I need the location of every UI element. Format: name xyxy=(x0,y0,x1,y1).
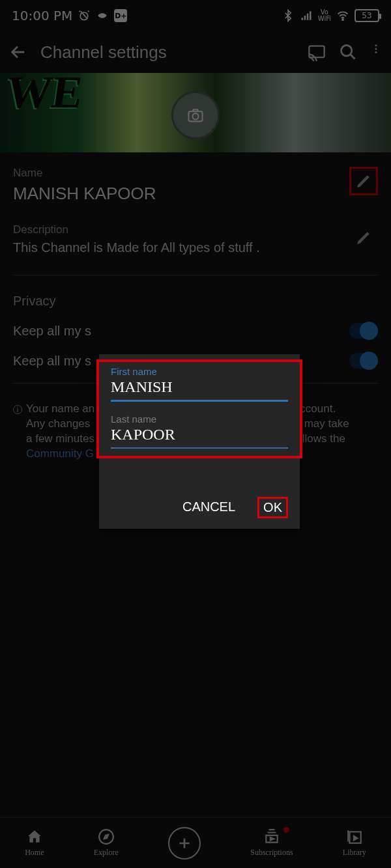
back-icon[interactable] xyxy=(9,43,27,61)
status-time: 10:00 PM xyxy=(12,8,72,23)
camera-icon xyxy=(186,106,205,124)
name-label: Name xyxy=(13,167,156,180)
edit-name-dialog: First name Last name CANCEL OK xyxy=(99,354,300,529)
nav-home[interactable]: Home xyxy=(25,828,44,858)
svg-point-6 xyxy=(375,51,377,53)
first-name-label: First name xyxy=(111,366,288,377)
divider xyxy=(13,275,378,275)
privacy-label: Privacy xyxy=(13,294,378,309)
svg-rect-2 xyxy=(309,46,324,58)
name-value: MANISH KAPOOR xyxy=(13,184,156,204)
nav-explore[interactable]: Explore xyxy=(94,828,119,858)
status-bar: 10:00 PM D+ VoWiFi 53 xyxy=(0,0,391,31)
search-icon[interactable] xyxy=(339,43,357,61)
app-header: Channel settings xyxy=(0,31,391,73)
nav-subscriptions-label: Subscriptions xyxy=(250,848,293,858)
privacy-toggle-2[interactable] xyxy=(349,353,378,369)
svg-point-3 xyxy=(341,46,352,56)
ok-button[interactable]: OK xyxy=(257,497,288,518)
more-icon[interactable] xyxy=(370,43,382,61)
svg-point-1 xyxy=(342,19,343,20)
edit-description-button[interactable] xyxy=(349,223,378,252)
nav-home-label: Home xyxy=(25,848,44,858)
home-icon xyxy=(26,828,43,845)
privacy-toggle-1[interactable] xyxy=(349,323,378,339)
battery-icon: 53 xyxy=(355,9,379,22)
app-icon-1 xyxy=(96,9,109,22)
nav-library-label: Library xyxy=(343,848,366,858)
volte-icon: VoWiFi xyxy=(318,9,331,22)
signal-icon xyxy=(300,9,313,22)
svg-point-8 xyxy=(192,113,198,119)
nav-library[interactable]: Library xyxy=(343,828,366,858)
bottom-nav: Home Explore Subscriptions Library xyxy=(0,817,391,868)
channel-banner: WE xyxy=(0,73,391,152)
nav-explore-label: Explore xyxy=(94,848,119,858)
page-title: Channel settings xyxy=(40,42,295,63)
bluetooth-icon xyxy=(282,9,295,22)
cancel-button[interactable]: CANCEL xyxy=(177,497,240,518)
edit-name-button[interactable] xyxy=(349,167,378,195)
library-icon xyxy=(346,828,363,845)
notification-badge xyxy=(283,827,289,833)
battery-level: 53 xyxy=(362,11,371,20)
subscriptions-icon xyxy=(263,828,280,845)
privacy-row-2-label: Keep all my s xyxy=(13,354,91,369)
banner-text: WE xyxy=(3,66,86,119)
plus-icon xyxy=(176,835,193,852)
last-name-input[interactable] xyxy=(111,425,288,449)
description-value: This Channel is Made for All types of st… xyxy=(13,240,349,255)
description-label: Description xyxy=(13,223,349,236)
privacy-row-1-label: Keep all my s xyxy=(13,324,91,339)
svg-point-4 xyxy=(375,44,377,46)
svg-point-5 xyxy=(375,48,377,50)
privacy-row-1: Keep all my s xyxy=(13,323,378,339)
cast-icon[interactable] xyxy=(308,43,326,61)
last-name-label: Last name xyxy=(111,413,288,425)
app-icon-2: D+ xyxy=(114,9,127,22)
first-name-input[interactable] xyxy=(111,377,288,402)
avatar-edit[interactable] xyxy=(171,91,220,139)
wifi-icon xyxy=(336,9,349,22)
pencil-icon xyxy=(355,173,372,189)
community-guidelines-link[interactable]: Community G xyxy=(26,447,94,460)
info-icon: i xyxy=(13,405,22,414)
compass-icon xyxy=(98,828,115,845)
alarm-off-icon xyxy=(78,9,91,22)
pencil-icon xyxy=(355,229,372,246)
nav-subscriptions[interactable]: Subscriptions xyxy=(250,828,293,858)
nav-create[interactable] xyxy=(168,827,201,860)
